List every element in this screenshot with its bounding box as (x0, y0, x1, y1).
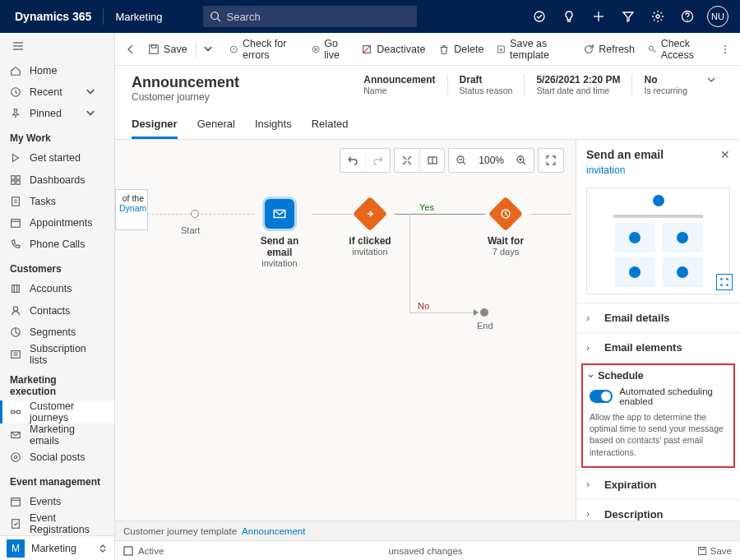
svg-line-43 (363, 45, 371, 53)
redo-button[interactable] (365, 149, 390, 172)
svg-point-0 (211, 12, 219, 20)
filter-icon[interactable] (613, 0, 643, 33)
svg-point-47 (724, 49, 726, 50)
nav-section-customers: Customers (0, 255, 114, 278)
nav-event-registrations[interactable]: Event Registrations (0, 512, 114, 535)
nav-pinned[interactable]: Pinned (0, 103, 114, 124)
condition-node[interactable]: if clicked invitation (345, 199, 395, 257)
schedule-help-text: Allow the app to determine the optimal t… (590, 411, 727, 458)
nav-segments[interactable]: Segments (0, 322, 114, 343)
acc-description[interactable]: ›Description (576, 499, 740, 529)
svg-rect-35 (12, 520, 20, 529)
footer-template-link[interactable]: Announcement (242, 526, 305, 536)
delete-button[interactable]: Delete (432, 33, 490, 66)
nav-customer-journeys[interactable]: Customer journeys (0, 400, 114, 423)
user-avatar[interactable]: NU (707, 6, 728, 27)
end-label: End (477, 321, 493, 331)
svg-rect-15 (16, 181, 20, 184)
chevron-down-icon (85, 108, 96, 119)
hdr-name-val: Announcement (363, 74, 435, 86)
acc-email-elements[interactable]: ›Email elements (576, 332, 740, 362)
email-node[interactable]: Send an email invitation (247, 199, 312, 268)
journey-canvas[interactable]: 100% of the Dynam Start Send an email (115, 140, 576, 521)
app-switcher[interactable]: M Marketing (0, 535, 114, 560)
panel-title: Send an email (586, 148, 664, 161)
nav-marketing-emails[interactable]: Marketing emails (0, 423, 114, 447)
record-title: Announcement (132, 74, 239, 91)
zoom-in-button[interactable] (509, 149, 534, 172)
nav-contacts[interactable]: Contacts (0, 300, 114, 322)
fit-button[interactable] (395, 149, 419, 172)
chevron-down-icon (85, 86, 96, 98)
save-dropdown[interactable] (197, 33, 223, 66)
save-button[interactable]: Save (141, 33, 194, 66)
acc-email-details[interactable]: ›Email details (576, 303, 740, 332)
app-brand[interactable]: Dynamics 365 (7, 10, 99, 23)
properties-panel: Send an email ✕ invitation ›Email detail… (576, 140, 740, 521)
tab-insights[interactable]: Insights (255, 111, 292, 139)
nav-accounts[interactable]: Accounts (0, 278, 114, 299)
check-access-button[interactable]: Check Access (641, 33, 716, 66)
nav-recent[interactable]: Recent (0, 81, 114, 103)
deactivate-button[interactable]: Deactivate (354, 33, 432, 66)
save-as-template-button[interactable]: Save as template (490, 33, 576, 66)
add-icon[interactable] (584, 0, 613, 33)
zoom-level: 100% (474, 149, 509, 172)
help-icon[interactable] (673, 0, 702, 33)
tab-designer[interactable]: Designer (132, 111, 178, 139)
preview-expand-button[interactable] (716, 274, 733, 290)
refresh-button[interactable]: Refresh (576, 33, 641, 66)
check-errors-button[interactable]: Check for errors (223, 33, 304, 66)
acc-schedule[interactable]: ›Schedule (590, 370, 727, 382)
nav-events[interactable]: Events (0, 491, 114, 512)
tab-related[interactable]: Related (312, 111, 349, 139)
svg-line-53 (463, 162, 465, 164)
panel-close-button[interactable]: ✕ (720, 148, 730, 161)
zoom-out-button[interactable] (449, 149, 474, 172)
back-button[interactable] (120, 44, 141, 55)
minimap-button[interactable] (419, 149, 444, 172)
up-down-icon (98, 544, 108, 553)
more-commands-button[interactable] (716, 44, 735, 55)
record-tabs: Designer General Insights Related (115, 111, 740, 140)
start-node[interactable] (191, 210, 199, 218)
fullscreen-button[interactable] (539, 149, 563, 172)
auto-schedule-toggle[interactable] (590, 390, 613, 403)
svg-point-32 (14, 456, 17, 459)
nav-subscription-lists[interactable]: Subscription lists (0, 343, 114, 366)
acc-expiration[interactable]: ›Expiration (576, 470, 740, 499)
header-expand-button[interactable] (699, 74, 724, 86)
record-entity: Customer journey (132, 91, 239, 103)
module-name[interactable]: Marketing (107, 11, 170, 23)
toggle-label: Automated scheduling enabled (619, 386, 727, 406)
settings-icon[interactable] (643, 0, 673, 33)
end-node[interactable] (480, 308, 488, 317)
nav-appointments[interactable]: Appointments (0, 212, 114, 234)
panel-subtype-link[interactable]: invitation (576, 164, 740, 183)
nav-social-posts[interactable]: Social posts (0, 447, 114, 468)
svg-point-7 (687, 19, 687, 20)
nav-dashboards[interactable]: Dashboards (0, 169, 114, 191)
wait-node[interactable]: Wait for 7 days (481, 199, 530, 257)
hdr-status-val: Draft (460, 74, 513, 86)
nav-phone-calls[interactable]: Phone Calls (0, 234, 114, 255)
nav-get-started[interactable]: Get started (0, 147, 114, 169)
tab-general[interactable]: General (197, 111, 235, 139)
footer-save-button[interactable]: Save (697, 546, 732, 556)
lightbulb-icon[interactable] (554, 0, 584, 33)
nav-tasks[interactable]: Tasks (0, 191, 114, 212)
nav-collapse-button[interactable] (0, 33, 114, 60)
search-icon (210, 11, 221, 22)
global-search[interactable]: Search (203, 6, 417, 27)
nav-section-events: Event management (0, 468, 114, 491)
email-preview[interactable] (586, 187, 730, 294)
svg-rect-14 (12, 181, 15, 184)
svg-rect-12 (12, 175, 15, 178)
nav-home[interactable]: Home (0, 60, 114, 81)
undo-button[interactable] (340, 149, 365, 172)
yes-label: Yes (419, 202, 434, 212)
go-live-button[interactable]: Go live (305, 33, 354, 66)
svg-point-5 (656, 15, 659, 18)
assistant-icon[interactable] (525, 0, 554, 33)
search-placeholder: Search (226, 11, 260, 23)
